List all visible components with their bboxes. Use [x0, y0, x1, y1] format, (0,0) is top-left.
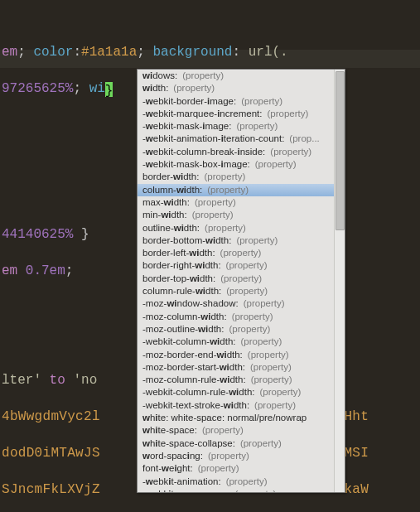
code-token: ;	[65, 263, 74, 278]
autocomplete-item[interactable]: -moz-column-width:(property)	[138, 311, 335, 323]
autocomplete-item[interactable]: -webkit-animation-iteration-count:(prop.…	[138, 133, 335, 145]
code-token: url(.	[249, 45, 288, 60]
autocomplete-scrollbar[interactable]	[334, 70, 345, 492]
code-token: }	[73, 227, 89, 242]
code-token: color	[33, 45, 73, 60]
code-token: ;	[137, 45, 152, 60]
autocomplete-item[interactable]: white-space:(property)	[138, 424, 335, 437]
code-token: lter'	[2, 373, 50, 388]
code-token: dodD0iMTAwJS	[2, 446, 100, 461]
autocomplete-item[interactable]: border-top-width:(property)	[138, 273, 335, 285]
autocomplete-item[interactable]: width:(property)	[138, 82, 335, 94]
autocomplete-item[interactable]: -webkit-column-rule-width:(property)	[138, 386, 335, 398]
code-token: ;	[17, 45, 33, 60]
code-token: :	[232, 45, 248, 60]
code-token: 97265625%	[2, 81, 73, 96]
autocomplete-item[interactable]: widows:(property)	[138, 70, 335, 82]
autocomplete-item[interactable]: outline-width:(property)	[138, 222, 335, 234]
code-token: #1a1a1a	[81, 45, 137, 60]
code-token: background	[152, 45, 232, 60]
code-typed-text: wi	[89, 81, 105, 96]
autocomplete-item[interactable]: -webkit-column-break-inside:(property)	[138, 146, 335, 158]
code-token: to	[50, 373, 74, 388]
code-token: :	[73, 45, 81, 60]
code-token: 0.7em	[26, 263, 65, 278]
code-token: ;	[73, 81, 89, 96]
autocomplete-item[interactable]: -moz-column-rule-width:(property)	[138, 374, 335, 386]
autocomplete-item[interactable]: -webkit-mask-image:(property)	[138, 120, 335, 133]
autocomplete-item[interactable]: -webkit-column-width:(property)	[138, 336, 335, 348]
autocomplete-item[interactable]: -webkit-border-image:(property)	[138, 95, 335, 108]
autocomplete-item[interactable]: white-space-collapse:(property)	[138, 437, 335, 450]
code-token: 4bWwgdmVyc2l	[2, 409, 100, 424]
text-cursor: }	[105, 82, 113, 97]
autocomplete-item[interactable]: min-width:(property)	[138, 209, 335, 221]
code-token: 'no	[73, 373, 97, 388]
autocomplete-item[interactable]: white: white-space: normal/pre/nowrap	[138, 412, 335, 424]
autocomplete-item[interactable]: -webkit-appearance:(property)	[138, 488, 335, 492]
autocomplete-item[interactable]: max-width:(property)	[138, 196, 335, 209]
autocomplete-item[interactable]: -moz-border-end-width:(property)	[138, 349, 335, 361]
autocomplete-item[interactable]: word-spacing:(property)	[138, 450, 335, 462]
autocomplete-item[interactable]: -webkit-animation:(property)	[138, 476, 335, 488]
autocomplete-item[interactable]: border-right-width:(property)	[138, 259, 335, 272]
autocomplete-popup: widows:(property)width:(property)-webkit…	[137, 69, 345, 493]
autocomplete-item[interactable]: -webkit-text-stroke-width:(property)	[138, 399, 335, 412]
autocomplete-item[interactable]: -webkit-mask-box-image:(property)	[138, 158, 335, 171]
code-token: em	[2, 263, 26, 278]
autocomplete-item[interactable]: -webkit-marquee-increment:(property)	[138, 108, 335, 120]
autocomplete-item[interactable]: -moz-window-shadow:(property)	[138, 297, 335, 310]
autocomplete-item[interactable]: border-bottom-width:(property)	[138, 234, 335, 247]
autocomplete-item[interactable]: font-weight:(property)	[138, 462, 335, 475]
autocomplete-item[interactable]: -moz-outline-width:(property)	[138, 323, 335, 336]
code-token: em	[2, 45, 17, 60]
autocomplete-item[interactable]: border-width:(property)	[138, 171, 335, 183]
autocomplete-scroll-thumb[interactable]	[336, 71, 345, 230]
autocomplete-item[interactable]: column-rule-width:(property)	[138, 285, 335, 297]
code-token: SJncmFkLXVjZ	[2, 482, 100, 497]
autocomplete-item[interactable]: border-left-width:(property)	[138, 247, 335, 259]
autocomplete-item[interactable]: -moz-border-start-width:(property)	[138, 361, 335, 374]
code-token: 44140625%	[2, 227, 73, 242]
autocomplete-list[interactable]: widows:(property)width:(property)-webkit…	[138, 70, 335, 492]
autocomplete-item[interactable]: column-width:(property)	[138, 184, 335, 196]
